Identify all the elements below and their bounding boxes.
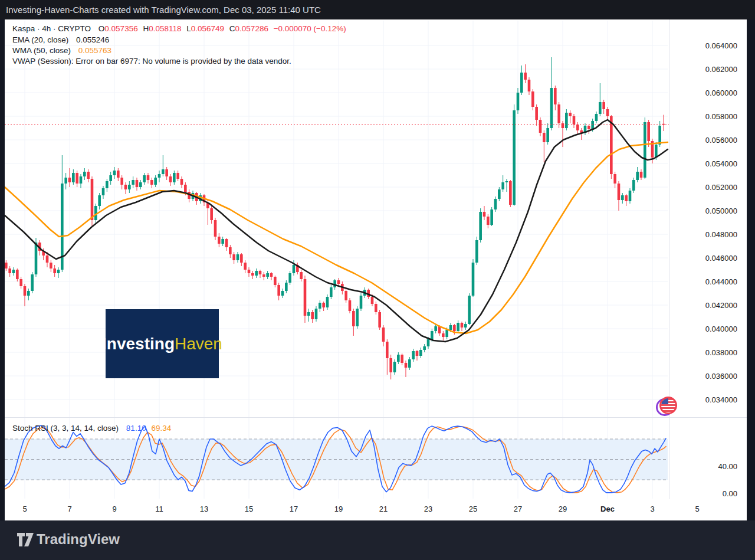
candle-body bbox=[46, 256, 49, 263]
candle-body bbox=[550, 88, 553, 128]
tradingview-logo-icon[interactable] bbox=[17, 532, 34, 548]
candle-body bbox=[625, 195, 628, 201]
time-axis-label: 21 bbox=[379, 505, 388, 513]
wma-legend-row[interactable]: WMA (50, close) 0.055763 bbox=[12, 46, 111, 55]
watermark-text-haven: Haven bbox=[175, 335, 222, 353]
candle-body bbox=[83, 172, 86, 176]
candle-body bbox=[12, 270, 15, 273]
candle-body bbox=[408, 359, 411, 368]
investinghaven-watermark: InvestingHaven bbox=[106, 309, 219, 378]
candle-body bbox=[644, 122, 646, 178]
ohlc-low-value: 0.056749 bbox=[191, 24, 224, 33]
candle-body bbox=[356, 309, 359, 326]
candle-body bbox=[528, 80, 531, 91]
candle-body bbox=[386, 342, 389, 358]
wma50-line bbox=[5, 142, 668, 333]
candle-body bbox=[658, 126, 661, 145]
candle-body bbox=[304, 279, 307, 316]
candle-body bbox=[546, 128, 549, 142]
candle-body bbox=[419, 350, 422, 356]
pane-separator[interactable] bbox=[5, 417, 747, 418]
candle-body bbox=[349, 300, 352, 311]
candle-body bbox=[229, 247, 232, 254]
tradingview-brand-text[interactable]: TradingView bbox=[37, 531, 120, 548]
candle-body bbox=[382, 328, 385, 342]
candle-body bbox=[218, 237, 221, 244]
candle-body bbox=[554, 88, 557, 104]
candle-body bbox=[109, 175, 112, 181]
candle-body bbox=[210, 208, 213, 220]
time-axis-label: 27 bbox=[514, 505, 522, 513]
candle-body bbox=[599, 102, 602, 114]
candle-body bbox=[162, 169, 165, 174]
candle-body bbox=[531, 91, 534, 107]
candle-body bbox=[277, 285, 280, 296]
ema-legend-row[interactable]: EMA (20, close) 0.055246 bbox=[12, 35, 109, 44]
candle-body bbox=[221, 239, 224, 244]
candle-body bbox=[416, 351, 419, 356]
symbol-title: Kaspa · 4h · CRYPTO bbox=[12, 24, 91, 33]
candle-body bbox=[524, 73, 527, 80]
price-axis[interactable]: USD 0.0640000.0620000.0600000.0580000.05… bbox=[669, 19, 747, 499]
candle-body bbox=[16, 270, 19, 279]
time-axis-label: 5 bbox=[695, 505, 699, 513]
stoch-rsi-label: Stoch RSI (3, 3, 14, 14, close) bbox=[12, 424, 119, 433]
candle-body bbox=[293, 265, 296, 273]
candle-body bbox=[431, 331, 434, 339]
candle-body bbox=[307, 312, 310, 316]
candle-body bbox=[5, 263, 8, 268]
candle-body bbox=[158, 174, 161, 178]
symbol-legend-row[interactable]: Kaspa · 4h · CRYPTO O0.057356 H0.058118 … bbox=[12, 24, 346, 33]
candle-body bbox=[445, 330, 448, 337]
candle-body bbox=[344, 291, 347, 300]
candle-body bbox=[8, 268, 11, 273]
candle-body bbox=[591, 121, 594, 129]
ema20-line bbox=[5, 120, 668, 342]
stoch-k-value: 81.10 bbox=[126, 424, 146, 433]
candle-body bbox=[498, 189, 501, 199]
stoch-d-value: 69.34 bbox=[151, 424, 171, 433]
vwap-legend-row[interactable]: VWAP (Session): Error on bar 6977: No vo… bbox=[12, 57, 291, 66]
candle-body bbox=[475, 240, 478, 263]
candle-body bbox=[442, 333, 445, 337]
candle-body bbox=[248, 270, 251, 273]
time-axis-label: 5 bbox=[22, 505, 27, 513]
price-and-stoch-chart[interactable] bbox=[5, 19, 747, 520]
candle-body bbox=[621, 195, 624, 200]
ema-value: 0.055246 bbox=[76, 35, 109, 44]
chart-panel[interactable]: Kaspa · 4h · CRYPTO O0.057356 H0.058118 … bbox=[5, 19, 747, 520]
candle-body bbox=[352, 311, 355, 326]
candle-body bbox=[87, 172, 90, 179]
candle-body bbox=[50, 263, 52, 268]
candle-body bbox=[565, 113, 568, 128]
candle-body bbox=[501, 182, 504, 189]
candle-body bbox=[150, 180, 153, 185]
candle-body bbox=[539, 120, 542, 133]
wma-value: 0.055763 bbox=[78, 46, 111, 55]
candle-body bbox=[393, 362, 396, 372]
stoch-rsi-legend-row[interactable]: Stoch RSI (3, 3, 14, 14, close) 81.10 69… bbox=[12, 424, 171, 433]
time-axis[interactable]: 57911131517192123252729Dec35 bbox=[5, 499, 747, 520]
candle-body bbox=[535, 107, 538, 120]
candle-body bbox=[311, 312, 314, 319]
candle-body bbox=[240, 254, 243, 263]
candle-body bbox=[288, 273, 291, 283]
candle-body bbox=[274, 277, 277, 285]
ohlc-open-value: 0.057356 bbox=[104, 24, 137, 33]
wma-label: WMA (50, close) bbox=[12, 46, 71, 55]
candle-body bbox=[259, 271, 262, 274]
candle-body bbox=[27, 291, 30, 296]
candle-body bbox=[397, 355, 400, 362]
candle-body bbox=[117, 171, 120, 178]
time-axis-label: 17 bbox=[290, 505, 298, 513]
candle-body bbox=[618, 184, 621, 200]
candle-body bbox=[562, 123, 564, 128]
watermark-text-investing: Investing bbox=[102, 335, 175, 353]
candle-body bbox=[255, 271, 258, 276]
candle-body bbox=[520, 73, 523, 93]
ohlc-close-label: C bbox=[229, 24, 235, 33]
candle-body bbox=[655, 145, 658, 158]
candle-body bbox=[266, 273, 269, 277]
ohlc-open-label: O bbox=[99, 24, 105, 33]
page-title: Investing-Haven-Charts created with Trad… bbox=[6, 0, 321, 19]
